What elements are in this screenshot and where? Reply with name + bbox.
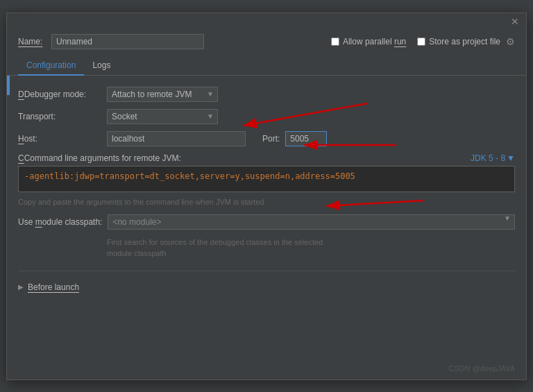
cmdline-label: CCommand line arguments for remote JVM:: [18, 153, 181, 163]
jdk-link[interactable]: JDK 5 - 8 ▼: [471, 153, 515, 163]
store-project-group: Store as project file ⚙: [417, 36, 515, 47]
triangle-icon: ▶: [18, 283, 24, 291]
transport-select-wrapper: Socket Shared Memory ▼: [107, 109, 218, 124]
footer-watermark: CSDN @deepJAVA: [448, 364, 515, 373]
cmdline-textarea[interactable]: -agentlib:jdwp=transport=dt_socket,serve…: [18, 166, 515, 192]
copy-hint: Copy and paste the arguments to the comm…: [18, 198, 515, 206]
debugger-mode-select[interactable]: Attach to remote JVM Listen to remote JV…: [107, 87, 218, 102]
transport-row: Transport: Socket Shared Memory ▼: [18, 109, 515, 124]
close-button[interactable]: ✕: [508, 16, 522, 27]
tab-logs[interactable]: Logs: [84, 56, 119, 76]
debugger-mode-label: DDebugger mode:: [18, 90, 101, 99]
store-project-checkbox[interactable]: [417, 37, 425, 46]
module-hint: First search for sources of the debugged…: [107, 237, 515, 259]
store-project-label: Store as project file: [429, 37, 500, 46]
content-area: DDebugger mode: Attach to remote JVM Lis…: [7, 76, 526, 303]
debugger-mode-row: DDebugger mode: Attach to remote JVM Lis…: [18, 87, 515, 102]
host-port-row: Host: Port:: [18, 131, 515, 146]
module-select-wrapper: <no module> ▼: [108, 214, 515, 230]
host-label: Host:: [18, 134, 101, 144]
module-classpath-row: Use module classpath: <no module> ▼: [18, 214, 515, 230]
gear-icon[interactable]: ⚙: [506, 36, 515, 47]
transport-select[interactable]: Socket Shared Memory: [107, 109, 218, 124]
transport-label: Transport:: [18, 112, 101, 121]
host-input[interactable]: [107, 131, 246, 146]
run-debug-dialog: ✕ Name: Allow parallel run Store as proj…: [6, 12, 527, 380]
title-bar: ✕: [7, 13, 526, 30]
before-launch-label: Before launch: [28, 282, 79, 292]
allow-parallel-label: Allow parallel run: [343, 37, 406, 46]
tab-configuration[interactable]: Configuration: [18, 56, 84, 76]
module-select[interactable]: <no module>: [108, 214, 515, 230]
allow-parallel-group: Allow parallel run: [331, 37, 406, 46]
name-row: Name: Allow parallel run Store as projec…: [7, 30, 526, 56]
port-label: Port:: [262, 134, 280, 144]
before-launch-row[interactable]: ▶ Before launch: [18, 282, 515, 292]
module-classpath-label: Use module classpath:: [18, 217, 102, 227]
section-divider: [18, 271, 515, 271]
name-label: Name:: [18, 37, 46, 46]
port-input[interactable]: [285, 131, 327, 146]
cmdline-label-row: CCommand line arguments for remote JVM: …: [18, 153, 515, 163]
right-options: Allow parallel run Store as project file…: [331, 36, 515, 47]
left-accent-bar: [7, 76, 10, 95]
debugger-mode-select-wrapper: Attach to remote JVM Listen to remote JV…: [107, 87, 218, 102]
name-input[interactable]: [51, 34, 204, 49]
tabs-row: Configuration Logs: [7, 56, 526, 76]
allow-parallel-checkbox[interactable]: [331, 37, 339, 46]
